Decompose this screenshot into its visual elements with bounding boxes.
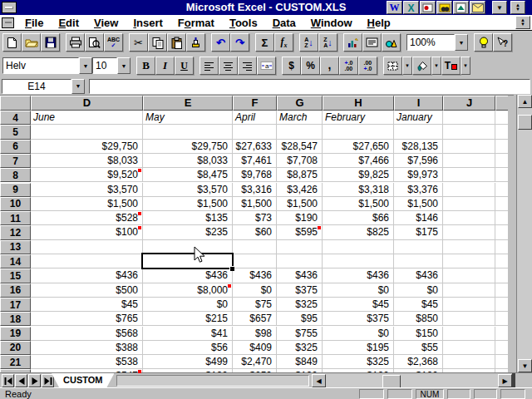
cell-F11[interactable]: $73 [233, 211, 277, 225]
cell-H17[interactable]: $45 [323, 298, 394, 312]
cell-D14[interactable] [31, 254, 143, 268]
cell-I13[interactable] [394, 240, 443, 254]
cell-E21[interactable]: $499 [143, 355, 233, 369]
cell-J19[interactable] [443, 327, 495, 341]
column-header-I[interactable]: I [394, 96, 443, 111]
font-color-button[interactable]: T [441, 57, 461, 75]
zoom-control[interactable]: 100%▼ [406, 33, 468, 52]
cell-E15[interactable]: $436 [143, 268, 233, 283]
repeat-button[interactable]: ↷ [230, 33, 249, 52]
cell-G13[interactable] [277, 240, 323, 254]
column-header-E[interactable]: E [143, 96, 233, 111]
scroll-down-button[interactable]: ▼ [518, 359, 532, 372]
cell-J6[interactable] [443, 140, 495, 154]
cell-D20[interactable]: $388 [31, 341, 143, 355]
cell-D5[interactable] [31, 125, 143, 139]
text-box-button[interactable] [362, 33, 382, 52]
document-control-menu-button[interactable] [2, 17, 14, 28]
row-header-12[interactable]: 12 [0, 225, 31, 239]
zoom-dropdown-button[interactable]: ▼ [455, 34, 468, 51]
cell-F9[interactable]: $3,316 [233, 183, 277, 197]
cell-F16[interactable]: $0 [233, 283, 277, 298]
scroll-left-button[interactable]: ◀ [312, 374, 326, 387]
office-mail-button[interactable] [470, 1, 485, 14]
column-header-D[interactable]: D [31, 96, 143, 111]
undo-button[interactable]: ↶ [211, 33, 230, 52]
save-button[interactable] [41, 33, 60, 52]
fill-handle[interactable] [230, 267, 234, 271]
cell-H7[interactable]: $7,466 [323, 154, 394, 168]
cell-I10[interactable]: $1,500 [394, 197, 443, 211]
cell-K15[interactable] [495, 268, 508, 283]
cell-G17[interactable]: $325 [277, 298, 323, 312]
cell-G9[interactable]: $3,426 [277, 183, 323, 197]
row-header-10[interactable]: 10 [0, 197, 31, 211]
cell-E5[interactable] [143, 125, 233, 139]
italic-button[interactable]: I [155, 57, 175, 75]
cell-D6[interactable]: $29,750 [31, 140, 143, 154]
cell-I19[interactable]: $150 [394, 327, 443, 341]
cell-K13[interactable] [495, 240, 508, 254]
cell-I21[interactable]: $2,368 [394, 355, 443, 369]
office-excel-button[interactable]: X [403, 1, 419, 14]
cell-J11[interactable] [443, 211, 495, 225]
cell-D15[interactable]: $436 [31, 268, 143, 283]
cell-K6[interactable] [495, 140, 508, 154]
menu-format[interactable]: Format [170, 16, 222, 30]
cell-J10[interactable] [443, 197, 495, 211]
menu-view[interactable]: View [86, 16, 126, 30]
cell-H21[interactable]: $325 [323, 355, 394, 369]
cell-H16[interactable]: $0 [323, 283, 394, 298]
cell-I17[interactable]: $45 [394, 298, 443, 312]
first-tab-button[interactable] [2, 374, 14, 387]
row-header-19[interactable]: 19 [0, 327, 31, 341]
cell-F8[interactable]: $9,768 [233, 168, 277, 182]
row-header-18[interactable]: 18 [0, 312, 31, 326]
column-header-H[interactable]: H [323, 96, 394, 111]
cell-K20[interactable] [495, 341, 508, 355]
cell-H6[interactable]: $27,650 [323, 140, 394, 154]
row-header-11[interactable]: 11 [0, 211, 31, 225]
minimize-button[interactable]: ▼ [492, 1, 507, 14]
cell-H8[interactable]: $9,825 [323, 168, 394, 182]
row-header-4[interactable]: 4 [0, 111, 31, 125]
app-control-menu-button[interactable] [2, 2, 17, 13]
cell-F18[interactable]: $657 [233, 312, 277, 326]
cell-J12[interactable] [443, 225, 495, 239]
cell-D11[interactable]: $528 [31, 211, 143, 225]
cell-D4[interactable]: June [31, 111, 143, 125]
bold-button[interactable]: B [136, 57, 155, 75]
align-right-button[interactable] [238, 57, 257, 75]
cell-I11[interactable]: $146 [394, 211, 443, 225]
cell-H11[interactable]: $66 [323, 211, 394, 225]
cell-G5[interactable] [277, 125, 323, 139]
cell-J21[interactable] [443, 355, 495, 369]
cell-K5[interactable] [495, 125, 508, 139]
cell-H10[interactable]: $1,500 [323, 197, 394, 211]
align-center-button[interactable] [219, 57, 238, 75]
cell-K9[interactable] [495, 183, 508, 197]
cell-H13[interactable] [323, 240, 394, 254]
column-header-F[interactable]: F [233, 96, 277, 111]
cell-F4[interactable]: April [233, 111, 277, 125]
format-painter-button[interactable] [186, 33, 205, 52]
cell-G11[interactable]: $190 [277, 211, 323, 225]
sort-ascending-button[interactable]: AZ↓ [299, 33, 318, 52]
cell-F6[interactable]: $27,633 [233, 140, 277, 154]
cell-D8[interactable]: $9,520 [31, 168, 143, 182]
row-header-5[interactable]: 5 [0, 125, 31, 139]
menu-help[interactable]: Help [360, 16, 398, 30]
cell-F19[interactable]: $98 [233, 327, 277, 341]
cell-K14[interactable] [495, 254, 508, 268]
cell-G10[interactable]: $1,500 [277, 197, 323, 211]
cell-I12[interactable]: $175 [394, 225, 443, 239]
currency-style-button[interactable]: $ [282, 57, 301, 75]
print-preview-button[interactable] [85, 33, 104, 52]
cell-I5[interactable] [394, 125, 443, 139]
tip-wizard-button[interactable] [474, 33, 493, 52]
cell-G19[interactable]: $755 [277, 327, 323, 341]
font-color-dropdown-button[interactable]: ▼ [461, 57, 470, 75]
cell-G4[interactable]: March [277, 111, 323, 125]
cell-G8[interactable]: $8,875 [277, 168, 323, 182]
cell-G18[interactable]: $95 [277, 312, 323, 326]
